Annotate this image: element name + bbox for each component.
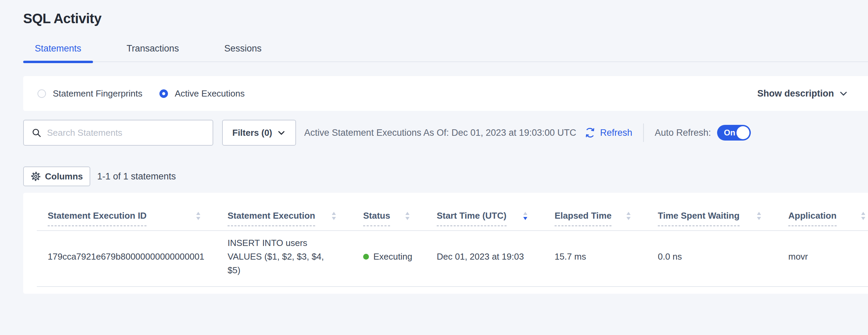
column-header-start-time[interactable]: Start Time (UTC) <box>412 210 530 226</box>
radio-statement-fingerprints[interactable]: Statement Fingerprints <box>37 88 142 99</box>
show-description-button[interactable]: Show description <box>757 88 848 99</box>
tab-statements-label: Statements <box>35 43 81 54</box>
cell-application: movr <box>764 251 868 262</box>
statements-toolbar: Filters (0) Active Statement Executions … <box>23 120 868 146</box>
table-header-row: Statement Execution ID Statement Executi… <box>23 193 868 226</box>
columns-button[interactable]: Columns <box>23 166 90 186</box>
sort-icon <box>330 211 337 221</box>
result-count: 1-1 of 1 statements <box>97 171 176 182</box>
table-row-divider <box>37 286 868 287</box>
tab-statements[interactable]: Statements <box>23 43 93 62</box>
filters-button-label: Filters (0) <box>232 128 272 138</box>
sort-icon <box>860 211 867 221</box>
tab-sessions[interactable]: Sessions <box>213 43 273 62</box>
as-of-timestamp: Active Statement Executions As Of: Dec 0… <box>304 128 576 138</box>
search-box <box>23 120 213 146</box>
tab-sessions-label: Sessions <box>224 43 262 54</box>
column-header-time-spent-waiting[interactable]: Time Spent Waiting <box>633 210 764 226</box>
toolbar-divider <box>643 123 644 142</box>
radio-active-executions-label: Active Executions <box>175 88 245 99</box>
cell-execution-id: 179cca7921e679b80000000000000001 <box>23 251 203 262</box>
cell-elapsed-time: 15.7 ms <box>530 251 633 262</box>
show-description-label: Show description <box>757 88 834 99</box>
column-header-status[interactable]: Status <box>339 210 412 226</box>
radio-selected-icon <box>159 89 168 98</box>
sql-activity-page: SQL Activity Statements Transactions Ses… <box>0 0 868 294</box>
tab-transactions-label: Transactions <box>127 43 179 54</box>
radio-active-executions[interactable]: Active Executions <box>159 88 245 99</box>
view-mode-radio-group: Statement Fingerprints Active Executions <box>37 88 245 99</box>
sort-desc-icon <box>522 211 529 221</box>
sort-icon <box>404 211 411 221</box>
statements-table-card: Statement Execution ID Statement Executi… <box>23 193 868 294</box>
column-header-statement-execution-id[interactable]: Statement Execution ID <box>23 210 203 226</box>
search-input[interactable] <box>47 128 205 138</box>
gear-icon <box>31 171 41 181</box>
page-title: SQL Activity <box>23 0 868 26</box>
table-row[interactable]: 179cca7921e679b80000000000000001 INSERT … <box>23 231 868 282</box>
column-header-elapsed-time[interactable]: Elapsed Time <box>530 210 633 226</box>
column-header-application[interactable]: Application <box>764 210 868 226</box>
table-controls: Columns 1-1 of 1 statements <box>23 166 868 186</box>
tab-transactions[interactable]: Transactions <box>115 43 191 62</box>
column-header-statement-execution[interactable]: Statement Execution <box>203 210 339 226</box>
refresh-label: Refresh <box>600 128 632 138</box>
radio-statement-fingerprints-label: Statement Fingerprints <box>53 88 142 99</box>
tab-bar: Statements Transactions Sessions <box>23 43 868 62</box>
radio-unselected-icon <box>37 89 46 98</box>
filters-button[interactable]: Filters (0) <box>222 120 296 146</box>
auto-refresh-label: Auto Refresh: <box>655 128 711 138</box>
status-executing-dot-icon <box>363 254 369 260</box>
status-badge: Executing <box>373 251 412 262</box>
chevron-down-icon <box>277 128 286 137</box>
refresh-icon <box>584 127 596 139</box>
cell-start-time: Dec 01, 2023 at 19:03 <box>412 251 530 262</box>
auto-refresh-toggle[interactable]: On <box>717 125 751 141</box>
view-mode-card: Statement Fingerprints Active Executions… <box>23 76 868 111</box>
sort-icon <box>756 211 762 221</box>
sort-icon <box>195 211 202 221</box>
search-icon <box>31 128 42 138</box>
cell-time-spent-waiting: 0.0 ns <box>633 251 764 262</box>
refresh-button[interactable]: Refresh <box>584 127 632 139</box>
columns-button-label: Columns <box>45 171 83 182</box>
chevron-down-icon <box>839 89 848 98</box>
toggle-knob <box>737 126 749 139</box>
cell-status: Executing <box>339 251 412 262</box>
cell-statement: INSERT INTO users VALUES ($1, $2, $3, $4… <box>203 236 339 277</box>
sort-icon <box>625 211 632 221</box>
auto-refresh-state: On <box>724 128 735 137</box>
